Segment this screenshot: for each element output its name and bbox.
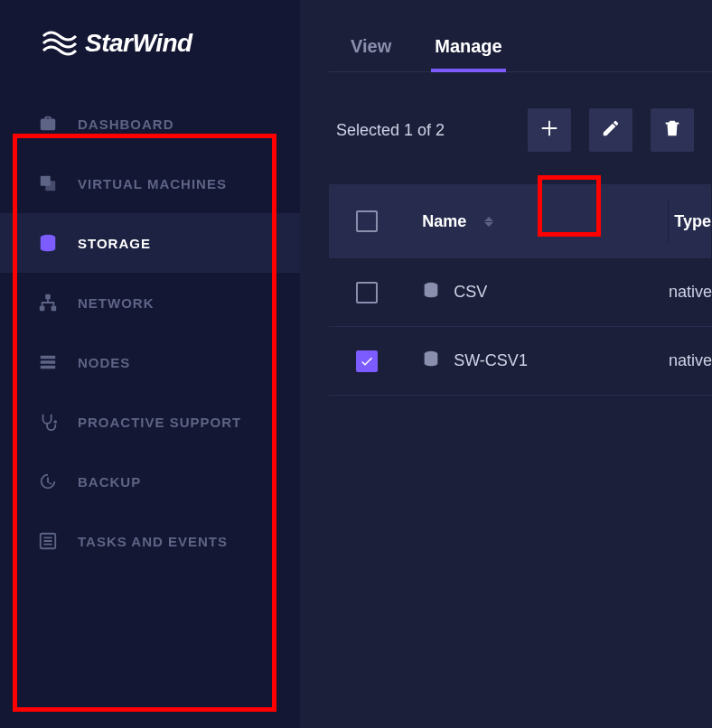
tab-manage[interactable]: Manage [431,22,505,71]
sidebar-item-storage[interactable]: STORAGE [0,213,300,273]
brand-logo: StarWind [0,0,300,94]
header-type-label: Type [674,212,711,231]
sidebar-item-label: STORAGE [78,236,151,251]
list-icon [38,531,58,551]
disk-icon [421,350,441,373]
sidebar-item-label: VIRTUAL MACHINES [78,176,227,191]
table-row[interactable]: CSV native [329,258,712,327]
table-row[interactable]: SW-CSV1 native [329,327,712,396]
main-panel: View Manage Selected 1 of 2 [300,0,712,728]
svg-rect-1 [45,181,55,191]
brand-name: StarWind [85,29,192,58]
sort-indicator-icon [484,217,493,227]
sidebar-item-label: PROACTIVE SUPPORT [78,415,241,430]
sidebar-item-label: TASKS AND EVENTS [78,534,228,549]
svg-rect-5 [52,306,56,312]
svg-point-9 [53,420,57,424]
selection-status: Selected 1 of 2 [336,121,445,140]
storage-table: Name Type CSV nat [329,184,712,396]
row-type: native [669,283,712,302]
table-header-row: Name Type [329,184,712,258]
sidebar: StarWind DASHBOARD VIRTUAL MACHINES STOR… [0,0,300,728]
plus-icon [539,118,559,142]
sidebar-item-nodes[interactable]: NODES [0,332,300,392]
sidebar-item-label: NODES [78,355,130,370]
toolbar: Selected 1 of 2 [329,72,712,184]
select-all-checkbox[interactable] [356,210,378,232]
add-button[interactable] [528,108,571,152]
tab-label: Manage [435,36,501,56]
header-type[interactable]: Type [669,212,711,231]
tab-bar: View Manage [329,22,712,72]
tab-label: View [351,36,391,56]
trash-icon [662,118,682,142]
delete-button[interactable] [651,108,694,152]
row-name: SW-CSV1 [454,351,528,370]
history-icon [38,471,58,491]
toolbar-buttons [528,108,694,152]
header-select-all [329,210,409,232]
sidebar-item-label: BACKUP [78,474,141,490]
sidebar-item-dashboard[interactable]: DASHBOARD [0,94,300,154]
svg-rect-6 [41,356,56,359]
network-icon [38,293,58,313]
edit-button[interactable] [589,108,632,152]
header-name[interactable]: Name [409,212,668,231]
row-checkbox[interactable] [356,282,378,303]
header-name-label: Name [422,212,466,231]
sidebar-item-network[interactable]: NETWORK [0,273,300,332]
nodes-icon [38,352,58,372]
svg-rect-8 [41,366,56,369]
disk-icon [421,281,441,304]
app-root: StarWind DASHBOARD VIRTUAL MACHINES STOR… [0,0,712,728]
sidebar-item-proactive-support[interactable]: PROACTIVE SUPPORT [0,392,300,452]
tab-view[interactable]: View [347,22,395,71]
row-name: CSV [454,283,487,302]
stethoscope-icon [38,412,58,432]
svg-rect-7 [41,360,56,364]
svg-rect-3 [45,294,51,300]
row-type: native [669,351,712,370]
vm-icon [38,173,58,193]
pencil-icon [601,118,621,142]
sidebar-item-tasks-events[interactable]: TASKS AND EVENTS [0,511,300,571]
sidebar-item-label: DASHBOARD [78,117,174,132]
sidebar-item-label: NETWORK [78,295,155,311]
row-checkbox[interactable] [356,350,378,372]
sidebar-nav: DASHBOARD VIRTUAL MACHINES STORAGE NETWO… [0,94,300,571]
storage-icon [38,233,58,253]
logo-waves-icon [42,31,78,56]
sidebar-item-backup[interactable]: BACKUP [0,452,300,511]
sidebar-item-virtual-machines[interactable]: VIRTUAL MACHINES [0,154,300,213]
svg-rect-4 [40,306,45,312]
briefcase-icon [38,114,58,134]
